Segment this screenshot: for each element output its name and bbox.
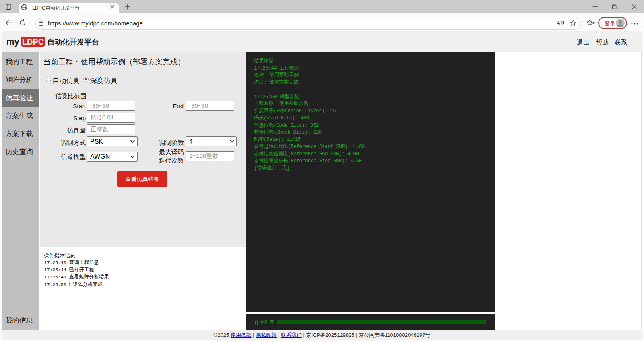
- svg-text:A: A: [557, 20, 561, 26]
